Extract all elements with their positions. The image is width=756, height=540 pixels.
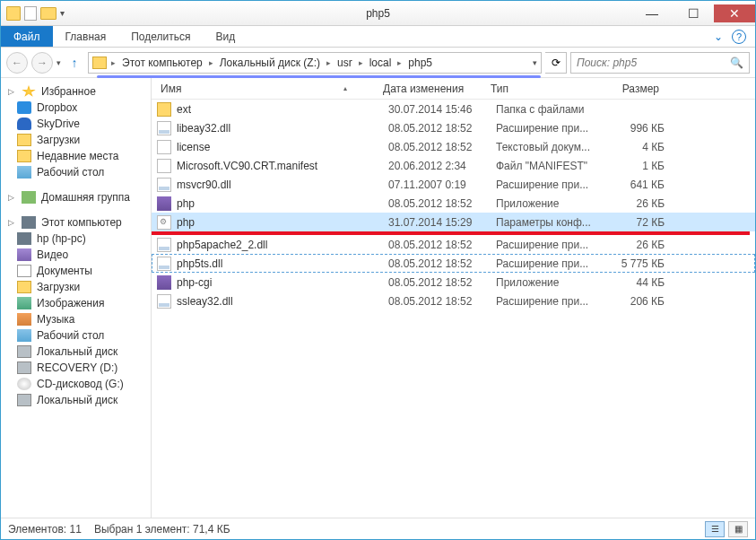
sidebar-item[interactable]: Рабочий стол [1, 327, 151, 344]
status-selection: Выбран 1 элемент: 71,4 КБ [94, 523, 230, 536]
tab-file[interactable]: Файл [1, 26, 53, 47]
file-size: 44 КБ [604, 276, 675, 289]
dll-icon [157, 178, 171, 192]
up-button[interactable]: ↑ [65, 53, 84, 73]
sidebar-thispc[interactable]: ▷Этот компьютер [1, 214, 151, 231]
forward-button[interactable]: → [31, 52, 53, 74]
sidebar-item[interactable]: SkyDrive [1, 116, 151, 132]
address-dropdown-icon[interactable]: ▾ [533, 58, 537, 67]
sidebar-item[interactable]: Недавние места [1, 148, 151, 164]
sidebar-item-label: Рабочий стол [37, 166, 104, 179]
sidebar-label: Этот компьютер [41, 216, 122, 229]
app-icon [6, 6, 21, 21]
file-type: Текстовый докум... [496, 141, 604, 153]
search-input[interactable] [577, 57, 725, 69]
window-title: php5 [366, 7, 390, 20]
file-row[interactable]: php 31.07.2014 15:29 Параметры конф... 7… [152, 213, 755, 231]
sidebar-item[interactable]: Загрузки [1, 279, 151, 295]
chevron-right-icon[interactable]: ▸ [324, 58, 334, 67]
sidebar-favorites[interactable]: ▷Избранное [1, 83, 151, 100]
folder-icon [17, 281, 31, 293]
qat-folder-icon[interactable] [40, 7, 56, 20]
tab-share[interactable]: Поделиться [118, 26, 203, 47]
sidebar-item[interactable]: CD-дисковод (G:) [1, 376, 151, 392]
view-icons-button[interactable]: ▦ [728, 521, 748, 537]
col-name-header[interactable]: Имя▴ [152, 83, 383, 95]
search-icon: 🔍 [730, 57, 743, 69]
sidebar-item[interactable]: Изображения [1, 295, 151, 311]
crumb-1[interactable]: Локальный диск (Z:) [218, 57, 322, 69]
sidebar-item[interactable]: Dropbox [1, 100, 151, 116]
minimize-button[interactable]: — [631, 4, 673, 22]
sidebar-item[interactable]: RECOVERY (D:) [1, 360, 151, 376]
txt-icon [157, 140, 171, 154]
sidebar[interactable]: ▷Избранное DropboxSkyDriveЗагрузкиНедавн… [1, 78, 152, 518]
sidebar-item-label: RECOVERY (D:) [37, 361, 117, 374]
file-row[interactable]: php-cgi 08.05.2012 18:52 Приложение 44 К… [152, 273, 755, 292]
file-row[interactable]: ext 30.07.2014 15:46 Папка с файлами [152, 100, 755, 118]
file-row[interactable]: libeay32.dll 08.05.2012 18:52 Расширение… [152, 118, 755, 137]
file-date: 20.06.2012 2:34 [388, 160, 496, 172]
sidebar-item-label: Локальный диск [37, 394, 117, 406]
qat-dropdown-icon[interactable]: ▾ [60, 8, 65, 18]
history-dropdown-icon[interactable]: ▾ [56, 58, 61, 67]
file-name: libeay32.dll [177, 122, 388, 135]
crumb-4[interactable]: php5 [406, 57, 434, 69]
back-button[interactable]: ← [6, 52, 28, 74]
crumb-0[interactable]: Этот компьютер [120, 57, 204, 69]
file-date: 30.07.2014 15:46 [388, 103, 496, 116]
sidebar-item[interactable]: Видео [1, 247, 151, 263]
sidebar-item[interactable]: hp (hp-pc) [1, 231, 151, 247]
col-type-header[interactable]: Тип [491, 83, 598, 95]
dll-icon [157, 294, 171, 309]
file-type: Расширение при... [496, 122, 604, 135]
tab-view[interactable]: Вид [203, 26, 248, 47]
qat-newfile-icon[interactable] [24, 6, 37, 21]
address-bar[interactable]: ▸ Этот компьютер ▸ Локальный диск (Z:) ▸… [88, 52, 542, 74]
file-name: ext [177, 103, 388, 116]
close-button[interactable]: ✕ [714, 4, 755, 22]
crumb-3[interactable]: local [368, 57, 394, 69]
sidebar-item-label: Рабочий стол [37, 329, 104, 342]
sidebar-item-label: Недавние места [37, 150, 118, 162]
file-row[interactable]: php 08.05.2012 18:52 Приложение 26 КБ [152, 194, 755, 213]
sidebar-item[interactable]: Музыка [1, 311, 151, 327]
drive-icon [17, 394, 31, 406]
file-row[interactable]: license 08.05.2012 18:52 Текстовый докум… [152, 137, 755, 156]
help-button[interactable]: ? [732, 30, 746, 44]
doc-icon [17, 265, 31, 277]
file-row[interactable]: php5apache2_2.dll 08.05.2012 18:52 Расши… [152, 235, 755, 254]
search-box[interactable]: 🔍 [570, 52, 750, 74]
sidebar-item[interactable]: Документы [1, 263, 151, 279]
img-icon [17, 297, 31, 309]
chevron-right-icon[interactable]: ▸ [356, 58, 366, 67]
file-type: Расширение при... [496, 239, 604, 251]
tab-home[interactable]: Главная [53, 26, 119, 47]
sidebar-item[interactable]: Загрузки [1, 132, 151, 148]
expand-ribbon-icon[interactable]: ⌄ [714, 30, 723, 43]
file-date: 07.11.2007 0:19 [388, 179, 496, 191]
status-count: Элементов: 11 [8, 523, 82, 536]
col-size-header[interactable]: Размер [598, 83, 670, 95]
view-details-button[interactable]: ☰ [705, 521, 725, 537]
crumb-2[interactable]: usr [335, 57, 354, 69]
file-list[interactable]: ext 30.07.2014 15:46 Папка с файлами lib… [152, 100, 755, 518]
chevron-right-icon[interactable]: ▸ [395, 58, 404, 67]
sidebar-item[interactable]: Локальный диск [1, 344, 151, 360]
refresh-button[interactable]: ⟳ [545, 52, 567, 74]
maximize-button[interactable]: ☐ [673, 4, 714, 22]
folder-icon [17, 134, 31, 146]
annotation-underline [97, 75, 541, 78]
chevron-right-icon[interactable]: ▸ [109, 58, 118, 67]
chevron-right-icon[interactable]: ▸ [206, 58, 216, 67]
col-date-header[interactable]: Дата изменения [383, 83, 491, 95]
drive-icon [17, 345, 31, 358]
sidebar-item[interactable]: Локальный диск [1, 392, 151, 408]
file-row[interactable]: php5ts.dll 08.05.2012 18:52 Расширение п… [152, 254, 755, 273]
sidebar-homegroup[interactable]: ▷Домашняя группа [1, 189, 151, 205]
file-row[interactable]: Microsoft.VC90.CRT.manifest 20.06.2012 2… [152, 156, 755, 175]
file-size: 641 КБ [604, 179, 675, 191]
file-row[interactable]: msvcr90.dll 07.11.2007 0:19 Расширение п… [152, 175, 755, 194]
sidebar-item[interactable]: Рабочий стол [1, 164, 151, 180]
file-row[interactable]: ssleay32.dll 08.05.2012 18:52 Расширение… [152, 292, 755, 310]
